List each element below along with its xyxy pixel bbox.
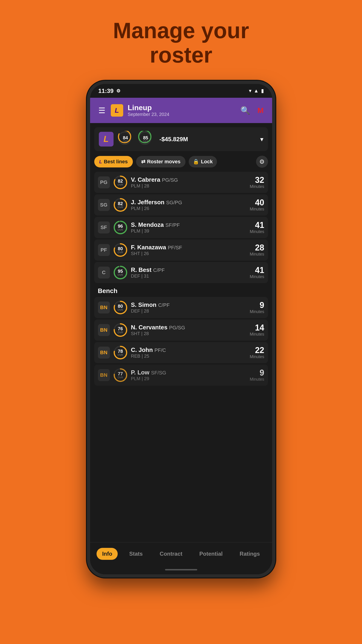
player-minutes: 22 Minutes — [250, 346, 264, 359]
player-details: REB | 25 — [131, 354, 247, 359]
table-row[interactable]: PG 82 OVR V. Cabrera PG/SG PLM | 28 — [94, 172, 268, 193]
roster-moves-label: Roster moves — [147, 159, 181, 165]
tab-stats[interactable]: Stats — [124, 548, 148, 560]
off-rating-label: OFF — [123, 140, 128, 143]
player-name: J. Jefferson SG/PG — [131, 199, 247, 206]
table-row[interactable]: BN 78 OVR C. John PF/C REB | 25 — [94, 342, 268, 363]
def-rating-label: DEF — [143, 140, 148, 143]
table-row[interactable]: C 95 OVR R. Best C/PF DEF | 31 — [94, 262, 268, 283]
status-time: 11:39 — [98, 88, 114, 94]
player-list: PG 82 OVR V. Cabrera PG/SG PLM | 28 — [90, 170, 272, 542]
ovr-circle: 77 OVR — [113, 368, 128, 382]
best-lines-label: Best lines — [104, 159, 128, 165]
action-buttons-row: L Best lines ⇄ Roster moves 🔒 Lock ⚙ — [90, 153, 272, 170]
best-lines-logo: L — [99, 159, 102, 164]
ovr-circle: 96 OVR — [113, 220, 128, 235]
table-row[interactable]: PF 80 OVR F. Kanazawa PF/SF SHT | 26 — [94, 240, 268, 260]
player-minutes: 41 Minutes — [250, 221, 264, 234]
player-info: S. Mendoza SF/PF PLM | 39 — [131, 221, 247, 234]
def-rating-num: 85 — [143, 136, 148, 140]
position-badge: C — [98, 266, 110, 278]
player-details: DEF | 28 — [131, 308, 247, 314]
player-details: PLM | 28 — [131, 183, 247, 188]
def-rating-circle: 85 DEF — [137, 131, 154, 148]
player-info: J. Jefferson SG/PG PLM | 26 — [131, 199, 247, 211]
player-name: P. Low SF/SG — [131, 369, 247, 376]
position-badge: SG — [98, 199, 110, 211]
player-name: S. Mendoza SF/PF — [131, 221, 247, 228]
player-details: SHT | 26 — [131, 251, 247, 256]
best-lines-button[interactable]: L Best lines — [94, 156, 133, 168]
ovr-circle: 82 OVR — [113, 198, 128, 212]
player-info: F. Kanazawa PF/SF SHT | 26 — [131, 244, 247, 256]
position-badge: BN — [98, 369, 110, 381]
player-details: SHT | 28 — [131, 331, 247, 336]
player-name: S. Simon C/PF — [131, 301, 247, 308]
roster-moves-icon: ⇄ — [141, 159, 145, 165]
nav-subtitle: September 23, 2024 — [128, 112, 237, 117]
status-bar: 11:39 ⚙ ▾ ▲ ▮ — [90, 84, 272, 98]
position-badge: PF — [98, 244, 110, 256]
team-logo-nav: L — [111, 104, 123, 116]
home-indicator — [90, 565, 272, 574]
tab-contract[interactable]: Contract — [154, 548, 188, 560]
settings-icon: ⚙ — [116, 88, 120, 94]
ovr-circle: 80 OVR — [113, 300, 128, 315]
player-minutes: 14 Minutes — [250, 324, 264, 337]
player-minutes: 41 Minutes — [250, 266, 264, 279]
player-minutes: 32 Minutes — [250, 176, 264, 189]
team-m-icon[interactable]: M — [256, 105, 266, 116]
player-details: PLM | 26 — [131, 206, 247, 211]
page-title: Manage your roster — [113, 18, 249, 67]
position-badge: BN — [98, 324, 110, 336]
player-info: P. Low SF/SG PLM | 29 — [131, 369, 247, 381]
lock-button[interactable]: 🔒 Lock — [189, 156, 217, 168]
team-summary: L 84 OFF 85 DEF — [94, 127, 268, 151]
off-rating-num: 84 — [123, 136, 128, 140]
ovr-circle: 95 OVR — [113, 265, 128, 280]
player-info: R. Best C/PF DEF | 31 — [131, 266, 247, 279]
ovr-circle: 76 OVR — [113, 323, 128, 338]
search-icon[interactable]: 🔍 — [240, 106, 250, 115]
nav-title: Lineup — [128, 104, 237, 112]
ovr-circle: 78 OVR — [113, 345, 128, 360]
player-details: PLM | 39 — [131, 228, 247, 234]
table-row[interactable]: SF 96 OVR S. Mendoza SF/PF PLM | 39 — [94, 217, 268, 238]
player-info: N. Cervantes PG/SG SHT | 28 — [131, 324, 247, 336]
player-name: C. John PF/C — [131, 346, 247, 354]
position-badge: PG — [98, 176, 110, 188]
wifi-icon: ▾ — [249, 88, 251, 94]
bottom-tab-bar: Info Stats Contract Potential Ratings — [90, 542, 272, 565]
table-row[interactable]: BN 80 OVR S. Simon C/PF DEF | 28 — [94, 297, 268, 318]
bench-header: Bench — [92, 284, 270, 296]
table-row[interactable]: BN 76 OVR N. Cervantes PG/SG SHT | 28 — [94, 320, 268, 341]
signal-icon: ▲ — [254, 88, 259, 94]
position-badge: BN — [98, 302, 110, 314]
hamburger-menu-icon[interactable]: ☰ — [96, 104, 107, 117]
player-name: N. Cervantes PG/SG — [131, 324, 247, 331]
settings-gear-button[interactable]: ⚙ — [256, 156, 268, 168]
team-logo-sm: L — [99, 132, 113, 146]
player-minutes: 9 Minutes — [250, 369, 264, 382]
nav-bar: ☰ L Lineup September 23, 2024 🔍 M — [90, 98, 272, 123]
player-info: C. John PF/C REB | 25 — [131, 346, 247, 359]
team-budget: -$45.829M — [159, 136, 188, 143]
player-minutes: 40 Minutes — [250, 198, 264, 212]
ovr-circle: 80 OVR — [113, 243, 128, 257]
tab-potential[interactable]: Potential — [194, 548, 228, 560]
tab-info[interactable]: Info — [96, 548, 118, 560]
player-info: S. Simon C/PF DEF | 28 — [131, 301, 247, 314]
battery-icon: ▮ — [261, 88, 264, 94]
phone-frame: 11:39 ⚙ ▾ ▲ ▮ ☰ L Lineup September 23, 2… — [87, 81, 275, 578]
position-badge: BN — [98, 346, 110, 358]
table-row[interactable]: BN 77 OVR P. Low SF/SG PLM | 29 — [94, 364, 268, 386]
home-bar — [165, 569, 197, 570]
player-info: V. Cabrera PG/SG PLM | 28 — [131, 176, 247, 188]
tab-ratings[interactable]: Ratings — [234, 548, 266, 560]
ovr-circle: 82 OVR — [113, 175, 128, 190]
roster-moves-button[interactable]: ⇄ Roster moves — [136, 156, 186, 168]
player-minutes: 28 Minutes — [250, 244, 264, 257]
table-row[interactable]: SG 82 OVR J. Jefferson SG/PG PLM | 26 — [94, 194, 268, 216]
dropdown-arrow-icon[interactable]: ▾ — [260, 136, 263, 143]
nav-title-group: Lineup September 23, 2024 — [128, 104, 237, 117]
